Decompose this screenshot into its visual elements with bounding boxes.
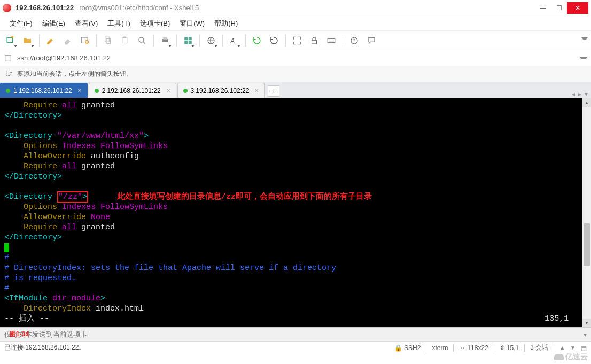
copy-icon[interactable] — [100, 33, 115, 48]
menu-file[interactable]: 文件(F) — [5, 17, 37, 30]
app-icon — [3, 4, 11, 12]
svg-rect-0 — [7, 37, 13, 42]
window-title-main: 192.168.26.101:22 — [15, 4, 74, 12]
scroll-thumb[interactable] — [584, 223, 590, 266]
keyboard-icon[interactable] — [324, 33, 339, 48]
toolbar: A ? — [0, 31, 591, 50]
toolbar-overflow-icon[interactable] — [581, 37, 588, 44]
infobar-text: 要添加当前会话，点击左侧的箭头按钮。 — [17, 69, 133, 79]
separator — [153, 35, 154, 47]
ruler-icon: ⇕ — [500, 344, 505, 352]
separator — [199, 35, 200, 47]
terminal-cursor — [4, 243, 9, 252]
status-cursor: ⇕15,1 — [500, 344, 519, 352]
new-session-icon[interactable] — [3, 33, 18, 48]
address-launcher-icon[interactable] — [3, 53, 13, 63]
terminal-area: Require all granted </Directory> <Direct… — [0, 98, 591, 327]
svg-rect-12 — [184, 41, 188, 44]
tab-list-icon[interactable]: ▾ — [585, 90, 588, 98]
svg-rect-20 — [5, 55, 11, 61]
status-proto: 🔒SSH2 — [394, 344, 421, 352]
globe-icon[interactable] — [204, 33, 219, 48]
open-folder-icon[interactable] — [20, 33, 35, 48]
tab-2[interactable]: 2 192.168.26.101:22 ✕ — [89, 83, 176, 98]
chat-icon[interactable] — [364, 33, 379, 48]
command-input[interactable] — [4, 330, 584, 338]
tab-label: 192.168.26.101:22 — [19, 87, 72, 95]
eraser-icon[interactable] — [60, 33, 75, 48]
close-button[interactable]: ✕ — [567, 2, 588, 14]
svg-rect-4 — [106, 38, 111, 43]
status-dot-icon — [183, 89, 188, 93]
terminal-scrollbar[interactable]: ▲ ▼ — [582, 98, 591, 327]
search-icon[interactable] — [135, 33, 150, 48]
maximize-button[interactable]: ☐ — [551, 2, 567, 14]
address-dropdown-icon[interactable] — [579, 57, 588, 59]
bookmark-arrow-icon[interactable] — [5, 69, 13, 79]
separator — [285, 35, 286, 47]
scroll-track[interactable] — [582, 107, 591, 319]
status-sessions: 3 会话 — [530, 343, 548, 352]
svg-rect-8 — [162, 39, 168, 42]
properties-icon[interactable] — [77, 33, 92, 48]
menubar: 文件(F) 编辑(E) 查看(V) 工具(T) 选项卡(B) 窗口(W) 帮助(… — [0, 16, 591, 31]
tab-nav: ◂ ▸ ▾ — [569, 90, 591, 98]
window-controls: — ☐ ✕ — [535, 2, 588, 14]
layout-icon[interactable] — [181, 33, 196, 48]
infobar: 要添加当前会话，点击左侧的箭头按钮。 — [0, 66, 591, 82]
tab-close-icon[interactable]: ✕ — [77, 88, 82, 94]
minimize-button[interactable]: — — [535, 2, 551, 14]
tabstrip: 1 192.168.26.101:22 ✕ 2 192.168.26.101:2… — [0, 82, 591, 98]
menu-tabs[interactable]: 选项卡(B) — [136, 17, 174, 30]
menu-window[interactable]: 窗口(W) — [175, 17, 209, 30]
refresh-green-icon[interactable] — [250, 33, 265, 48]
tab-next-icon[interactable]: ▸ — [578, 90, 581, 98]
vim-position: 135,1 — [545, 314, 569, 323]
menu-tools[interactable]: 工具(T) — [103, 17, 135, 30]
menu-help[interactable]: 帮助(H) — [210, 17, 242, 30]
svg-point-7 — [139, 37, 144, 42]
tab-close-icon[interactable]: ✕ — [166, 88, 170, 94]
edit-pencil-icon[interactable] — [43, 33, 58, 48]
resize-icon: ↔ — [459, 344, 465, 352]
status-up-icon[interactable]: ▲ — [559, 345, 565, 351]
paste-icon[interactable] — [118, 33, 133, 48]
separator — [222, 35, 223, 47]
address-input[interactable] — [16, 53, 579, 63]
window-title-path: root@vms001:/etc/httpd/conf - Xshell 5 — [79, 4, 199, 12]
tab-3[interactable]: 3 192.168.26.102:22 ✕ — [177, 83, 265, 98]
svg-rect-9 — [163, 37, 167, 40]
tab-number: 1 — [13, 87, 17, 95]
menu-view[interactable]: 查看(V) — [71, 17, 102, 30]
font-icon[interactable]: A — [227, 33, 242, 48]
scroll-up-icon[interactable]: ▲ — [582, 98, 591, 107]
annotation-text: 此处直接填写创建的目录信息/zz即可，会自动应用到下面的所有子目录 — [88, 192, 372, 202]
help-icon[interactable]: ? — [347, 33, 362, 48]
tab-label: 192.168.26.101:22 — [107, 87, 160, 95]
tab-add-button[interactable]: + — [268, 85, 279, 97]
separator — [176, 35, 177, 47]
svg-rect-6 — [123, 36, 126, 38]
separator — [343, 35, 343, 47]
scroll-down-icon[interactable]: ▼ — [582, 319, 591, 327]
svg-rect-5 — [122, 37, 127, 43]
status-size: ↔118x22 — [459, 344, 488, 352]
svg-rect-17 — [328, 38, 335, 43]
status-dot-icon — [6, 89, 10, 93]
command-target-dropdown-icon[interactable]: ▾ — [584, 331, 587, 338]
svg-rect-13 — [189, 41, 192, 44]
menu-edit[interactable]: 编辑(E) — [38, 17, 69, 30]
print-icon[interactable] — [158, 33, 173, 48]
tab-label: 192.168.26.102:22 — [196, 87, 249, 95]
tab-1[interactable]: 1 192.168.26.101:22 ✕ — [0, 83, 88, 98]
svg-rect-10 — [184, 37, 188, 40]
tab-number: 3 — [191, 87, 195, 95]
fullscreen-icon[interactable] — [290, 33, 305, 48]
refresh-dark-icon[interactable] — [267, 33, 282, 48]
tab-close-icon[interactable]: ✕ — [254, 88, 259, 94]
status-connected: 已连接 192.168.26.101:22。 — [4, 343, 389, 352]
terminal[interactable]: Require all granted </Directory> <Direct… — [0, 98, 582, 327]
lock-icon[interactable] — [307, 33, 322, 48]
tab-prev-icon[interactable]: ◂ — [572, 90, 575, 98]
status-down-icon[interactable]: ▼ — [570, 345, 576, 351]
